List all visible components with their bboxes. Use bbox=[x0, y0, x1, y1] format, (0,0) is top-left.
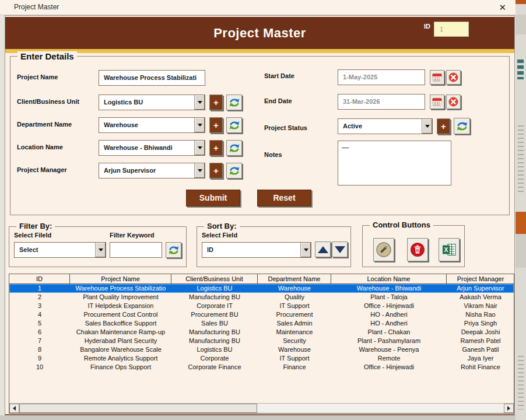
refresh-icon bbox=[456, 120, 468, 132]
add-client-button[interactable]: + bbox=[209, 94, 223, 110]
table-cell: 5 bbox=[9, 319, 70, 328]
chevron-down-icon[interactable] bbox=[95, 243, 106, 257]
table-header-cell: Department Name bbox=[258, 274, 331, 284]
manager-value: Arjun Supervisor bbox=[104, 167, 156, 174]
status-select[interactable]: Active bbox=[338, 118, 433, 134]
horizontal-scrollbar[interactable] bbox=[9, 403, 514, 413]
table-header-cell: Project Name bbox=[70, 274, 171, 284]
table-cell: Remote Analytics Support bbox=[70, 354, 171, 363]
table-row[interactable]: 4Procurement Cost ControlProcurement BUP… bbox=[9, 310, 514, 319]
scroll-right-button[interactable] bbox=[504, 404, 514, 413]
table-row[interactable]: 6Chakan Maintenance Ramp-upManufacturing… bbox=[9, 328, 514, 337]
close-icon[interactable]: ✕ bbox=[499, 2, 506, 13]
table-cell: Manufacturing BU bbox=[171, 293, 258, 302]
table-row[interactable]: 8Bangalore Warehouse ScaleLogistics BUWa… bbox=[9, 345, 514, 354]
client-bu-value: Logistics BU bbox=[104, 99, 143, 106]
background-block bbox=[518, 125, 524, 194]
location-value: Warehouse - Bhiwandi bbox=[104, 144, 173, 151]
export-excel-button[interactable]: X bbox=[439, 238, 460, 261]
table-cell: Warehouse - Peenya bbox=[331, 345, 447, 354]
svg-text:X: X bbox=[444, 246, 448, 253]
filter-field-value: Select bbox=[19, 246, 38, 253]
filter-field-select[interactable]: Select bbox=[14, 242, 106, 258]
scroll-left-button[interactable] bbox=[9, 404, 19, 413]
chevron-down-icon[interactable] bbox=[194, 95, 205, 110]
projects-table[interactable]: IDProject NameClient/Business UnitDepart… bbox=[9, 274, 514, 414]
apply-filter-button[interactable] bbox=[166, 242, 181, 258]
end-date-picker-button[interactable] bbox=[430, 94, 444, 109]
table-cell: Sales Admin bbox=[258, 319, 331, 328]
table-cell: 3 bbox=[9, 302, 70, 310]
table-cell: Maintenance bbox=[258, 328, 331, 337]
sort-field-select[interactable]: ID bbox=[202, 242, 311, 258]
table-cell: Jaya Iyer bbox=[447, 354, 514, 363]
sort-up-icon bbox=[318, 246, 328, 253]
sort-by-legend: Sort By: bbox=[204, 222, 240, 230]
sort-descending-button[interactable] bbox=[332, 242, 348, 257]
start-date-input[interactable]: 1-May-2025 bbox=[338, 69, 425, 85]
filter-keyword-input[interactable] bbox=[110, 242, 162, 258]
table-cell: 9 bbox=[9, 354, 70, 363]
table-cell: Rohit Finance bbox=[447, 363, 514, 372]
chevron-down-icon[interactable] bbox=[194, 141, 205, 155]
sort-ascending-button[interactable] bbox=[315, 242, 331, 257]
department-label: Department Name bbox=[17, 121, 72, 128]
table-cell: Corporate Finance bbox=[171, 363, 258, 372]
add-location-button[interactable]: + bbox=[209, 140, 223, 156]
chevron-down-icon[interactable] bbox=[194, 118, 205, 132]
edit-record-button[interactable] bbox=[373, 238, 394, 261]
background-bottom-strip bbox=[0, 415, 526, 420]
table-cell: Plant - Pashamylaram bbox=[331, 337, 447, 345]
table-row[interactable]: 7Hyderabad Plant SecurityManufacturing B… bbox=[9, 337, 514, 345]
table-cell: Chakan Maintenance Ramp-up bbox=[70, 328, 171, 337]
table-cell: Logistics BU bbox=[171, 284, 258, 293]
table-header-cell: Location Name bbox=[331, 274, 447, 284]
refresh-manager-button[interactable] bbox=[226, 163, 242, 178]
table-row[interactable]: 10Finance Ops SupportCorporate FinanceFi… bbox=[9, 363, 514, 372]
table-cell: Office - Hinjewadi bbox=[331, 363, 447, 372]
manager-select[interactable]: Arjun Supervisor bbox=[99, 163, 205, 178]
table-row[interactable]: 5Sales Backoffice SupportSales BUSales A… bbox=[9, 319, 514, 328]
clear-start-date-button[interactable] bbox=[446, 70, 461, 85]
table-row[interactable]: 9Remote Analytics SupportCorporateIT Sup… bbox=[9, 354, 514, 363]
refresh-icon bbox=[229, 97, 240, 108]
scrollbar-thumb[interactable] bbox=[19, 404, 257, 413]
chevron-down-icon[interactable] bbox=[194, 163, 205, 178]
table-row[interactable]: 2Plant Quality ImprovementManufacturing … bbox=[9, 293, 514, 302]
add-department-button[interactable]: + bbox=[209, 117, 223, 133]
end-date-input[interactable]: 31-Mar-2026 bbox=[338, 94, 425, 110]
table-cell: Corporate IT bbox=[171, 302, 258, 310]
clear-end-date-button[interactable] bbox=[446, 94, 461, 109]
client-bu-select[interactable]: Logistics BU bbox=[99, 94, 205, 110]
project-name-input[interactable]: Warehouse Process Stabilizati bbox=[99, 70, 205, 86]
chevron-down-icon[interactable] bbox=[300, 243, 311, 257]
background-app-strip bbox=[516, 0, 526, 420]
start-date-picker-button[interactable] bbox=[430, 70, 444, 85]
table-cell: HO - Andheri bbox=[331, 319, 447, 328]
location-select[interactable]: Warehouse - Bhiwandi bbox=[99, 140, 205, 156]
refresh-location-button[interactable] bbox=[226, 140, 242, 156]
reset-button[interactable]: Reset bbox=[257, 190, 311, 206]
refresh-department-button[interactable] bbox=[226, 117, 242, 133]
department-select[interactable]: Warehouse bbox=[99, 117, 205, 133]
id-field[interactable]: 1 bbox=[434, 22, 469, 37]
table-cell: Ramesh Patel bbox=[447, 337, 514, 345]
table-cell: Procurement Cost Control bbox=[70, 310, 171, 319]
delete-record-button[interactable] bbox=[407, 238, 428, 261]
table-cell: 10 bbox=[9, 363, 70, 372]
submit-button[interactable]: Submit bbox=[186, 190, 240, 206]
table-cell: HO - Andheri bbox=[331, 310, 447, 319]
refresh-client-button[interactable] bbox=[226, 94, 242, 110]
refresh-icon bbox=[229, 165, 240, 177]
notes-textarea[interactable]: — bbox=[338, 141, 451, 186]
table-row[interactable]: 1Warehouse Process StabilizatioLogistics… bbox=[9, 284, 514, 293]
add-manager-button[interactable]: + bbox=[209, 163, 223, 178]
table-header-cell: Project Manager bbox=[447, 274, 514, 284]
table-cell: 6 bbox=[9, 328, 70, 337]
table-header-cell: ID bbox=[9, 274, 70, 284]
add-status-button[interactable]: + bbox=[437, 118, 450, 134]
table-row[interactable]: 3IT Helpdesk ExpansionCorporate ITIT Sup… bbox=[9, 302, 514, 310]
table-cell: Plant - Chakan bbox=[331, 328, 447, 337]
chevron-down-icon[interactable] bbox=[422, 119, 432, 134]
refresh-status-button[interactable] bbox=[454, 118, 470, 134]
